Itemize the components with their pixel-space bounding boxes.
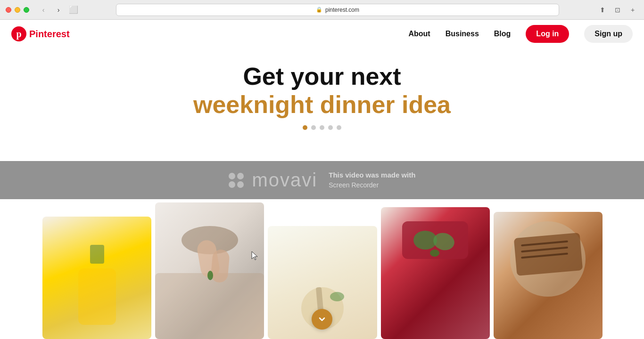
header-nav: About Business Blog Log in Sign up	[408, 25, 633, 43]
slider-dot-1[interactable]	[303, 125, 307, 130]
logo[interactable]: p Pinterest	[11, 26, 70, 41]
image-col-partial-left	[0, 335, 39, 339]
site-header: p Pinterest About Business Blog Log in S…	[0, 20, 644, 48]
hero-section: Get your next weeknight dinner idea	[0, 48, 644, 130]
signup-button[interactable]: Sign up	[584, 25, 633, 43]
scroll-down-button[interactable]	[312, 309, 332, 330]
browser-nav-buttons: ‹ ›	[37, 5, 65, 15]
hero-title-line2: weeknight dinner idea	[0, 90, 644, 119]
chevron-down-icon	[317, 315, 327, 324]
url-text: pinterest.com	[325, 7, 359, 13]
movavi-logo: movavi	[229, 170, 318, 191]
pinterest-logo-icon: p	[11, 26, 26, 41]
close-button[interactable]	[6, 7, 11, 13]
slider-dot-5[interactable]	[337, 125, 341, 130]
image-col-1	[42, 217, 151, 339]
slider-dot-4[interactable]	[328, 125, 333, 130]
food-toast-image	[381, 207, 490, 339]
movavi-wordmark: movavi	[252, 170, 318, 191]
maximize-button[interactable]	[24, 7, 29, 13]
food-cooking-image	[155, 202, 264, 339]
image-col-2	[155, 202, 264, 339]
window-button[interactable]: ⊡	[612, 4, 623, 16]
add-button[interactable]: +	[627, 4, 638, 16]
tab-area: ⬜	[69, 5, 78, 15]
toolbar-right: ⬆ ⊡ +	[597, 4, 638, 16]
movavi-dots-icon	[229, 173, 248, 188]
hero-title-line1: Get your next	[0, 63, 644, 90]
image-col-partial-right	[606, 335, 644, 339]
browser-chrome: ‹ › ⬜ 🔒 pinterest.com ⬆ ⊡ +	[0, 0, 644, 20]
food-grilled-image	[494, 212, 603, 339]
tab-icon: ⬜	[69, 5, 78, 15]
traffic-lights	[6, 7, 29, 13]
page-content: p Pinterest About Business Blog Log in S…	[0, 20, 644, 339]
slider-dot-3[interactable]	[320, 125, 324, 130]
back-button[interactable]: ‹	[37, 5, 50, 15]
address-bar[interactable]: 🔒 pinterest.com	[116, 4, 559, 16]
movavi-watermark: movavi This video was made with Screen R…	[0, 161, 644, 199]
business-link[interactable]: Business	[446, 30, 479, 38]
image-col-4	[381, 207, 490, 339]
login-button[interactable]: Log in	[526, 25, 569, 43]
forward-button[interactable]: ›	[52, 5, 65, 15]
about-link[interactable]: About	[408, 30, 430, 38]
image-col-5	[494, 212, 603, 339]
movavi-tagline: This video was made with Screen Recorder	[329, 170, 415, 191]
lock-icon: 🔒	[316, 7, 322, 13]
blog-link[interactable]: Blog	[494, 30, 511, 38]
food-drink-image	[42, 217, 151, 339]
minimize-button[interactable]	[15, 7, 20, 13]
share-button[interactable]: ⬆	[597, 4, 608, 16]
slider-dots	[0, 125, 644, 130]
logo-text: Pinterest	[29, 29, 70, 40]
slider-dot-2[interactable]	[311, 125, 316, 130]
